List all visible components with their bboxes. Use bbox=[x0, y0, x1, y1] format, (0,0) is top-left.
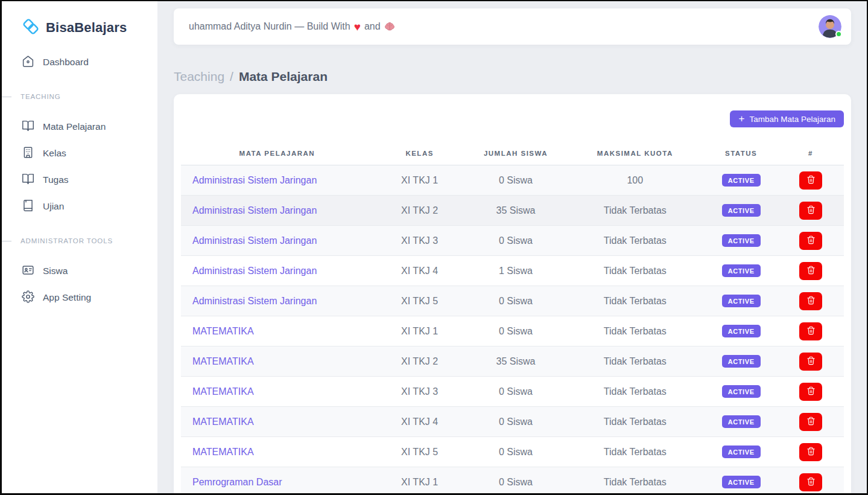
page-title: Mata Pelajaran bbox=[239, 69, 328, 84]
section-label: TEACHING bbox=[21, 93, 61, 100]
trash-icon bbox=[806, 356, 816, 367]
delete-button[interactable] bbox=[799, 171, 822, 190]
jumlah-siswa-cell: 0 Siswa bbox=[466, 377, 566, 407]
status-badge: ACTIVE bbox=[722, 415, 761, 428]
delete-button[interactable] bbox=[799, 232, 822, 250]
breadcrumb-section: Teaching bbox=[174, 69, 224, 84]
sidebar-item-siswa[interactable]: Siswa bbox=[2, 258, 157, 284]
subject-link[interactable]: MATEMATIKA bbox=[192, 326, 254, 336]
table-row: Administrasi Sistem JaringanXI TKJ 10 Si… bbox=[181, 165, 844, 196]
sidebar-item-tugas[interactable]: Tugas bbox=[2, 167, 157, 193]
marquee-text: and bbox=[364, 21, 381, 32]
add-mata-pelajaran-button[interactable]: + Tambah Mata Pelajaran bbox=[730, 110, 844, 127]
app-title: BisaBelajars bbox=[46, 20, 127, 36]
heart-icon: ♥ bbox=[354, 21, 361, 33]
table-row: MATEMATIKAXI TKJ 235 SiswaTidak Terbatas… bbox=[181, 346, 844, 377]
action-cell bbox=[778, 377, 844, 407]
delete-button[interactable] bbox=[799, 443, 822, 461]
status-badge: ACTIVE bbox=[722, 295, 761, 307]
user-avatar[interactable] bbox=[819, 15, 841, 38]
maksimal-kuota-cell: Tidak Terbatas bbox=[565, 346, 705, 377]
trash-icon bbox=[806, 235, 816, 246]
maksimal-kuota-cell: 100 bbox=[565, 165, 705, 196]
id-card-icon bbox=[22, 264, 34, 279]
kelas-cell: XI TKJ 3 bbox=[373, 377, 466, 407]
trash-icon bbox=[806, 326, 816, 337]
notebook-icon bbox=[22, 199, 34, 214]
sidebar-item-app-setting[interactable]: App Setting bbox=[2, 284, 157, 311]
action-cell bbox=[778, 407, 844, 437]
subject-link[interactable]: MATEMATIKA bbox=[192, 447, 254, 457]
delete-button[interactable] bbox=[799, 322, 822, 340]
sidebar-item-label: App Setting bbox=[43, 292, 91, 303]
jumlah-siswa-cell: 0 Siswa bbox=[466, 437, 566, 467]
mata-pelajaran-cell: Administrasi Sistem Jaringan bbox=[181, 286, 373, 316]
mata-pelajaran-cell: MATEMATIKA bbox=[181, 377, 373, 407]
status-cell: ACTIVE bbox=[705, 437, 778, 467]
mata-pelajaran-cell: Pemrograman Dasar bbox=[181, 467, 373, 494]
logo-icon bbox=[22, 18, 40, 38]
column-header-status: STATUS bbox=[705, 141, 778, 165]
trash-icon bbox=[806, 477, 816, 488]
table-header-row: MATA PELAJARAN KELAS JUMLAH SISWA MAKSIM… bbox=[181, 141, 844, 165]
action-cell bbox=[778, 467, 844, 494]
mata-pelajaran-cell: MATEMATIKA bbox=[181, 407, 373, 437]
trash-icon bbox=[806, 175, 816, 186]
kelas-cell: XI TKJ 2 bbox=[373, 196, 466, 226]
mata-pelajaran-cell: Administrasi Sistem Jaringan bbox=[181, 256, 373, 286]
subject-link[interactable]: Pemrograman Dasar bbox=[192, 477, 282, 487]
main-content: uhammad Aditya Nurdin — Build With ♥ and bbox=[157, 1, 867, 493]
table-row: MATEMATIKAXI TKJ 40 SiswaTidak TerbatasA… bbox=[181, 407, 844, 437]
section-divider bbox=[2, 97, 11, 97]
table-row: Administrasi Sistem JaringanXI TKJ 41 Si… bbox=[181, 256, 844, 286]
maksimal-kuota-cell: Tidak Terbatas bbox=[565, 226, 705, 256]
jumlah-siswa-cell: 0 Siswa bbox=[466, 286, 566, 316]
maksimal-kuota-cell: Tidak Terbatas bbox=[565, 437, 705, 467]
subject-link[interactable]: MATEMATIKA bbox=[192, 356, 254, 366]
status-cell: ACTIVE bbox=[705, 377, 778, 407]
delete-button[interactable] bbox=[799, 202, 822, 220]
building-icon bbox=[22, 146, 34, 161]
delete-button[interactable] bbox=[799, 353, 822, 371]
sidebar-item-label: Mata Pelajaran bbox=[43, 121, 106, 132]
app-window: BisaBelajars Dashboard TEACHING Mata Pel… bbox=[0, 0, 868, 495]
status-badge: ACTIVE bbox=[722, 385, 761, 398]
sidebar: BisaBelajars Dashboard TEACHING Mata Pel… bbox=[2, 1, 157, 493]
sidebar-item-mata-pelajaran[interactable]: Mata Pelajaran bbox=[2, 113, 157, 140]
status-badge: ACTIVE bbox=[722, 325, 761, 337]
app-logo[interactable]: BisaBelajars bbox=[2, 18, 157, 38]
breadcrumb-separator: / bbox=[230, 69, 233, 84]
status-cell: ACTIVE bbox=[705, 316, 778, 346]
delete-button[interactable] bbox=[799, 473, 822, 491]
book-open-icon bbox=[22, 173, 34, 188]
delete-button[interactable] bbox=[799, 292, 822, 310]
subject-link[interactable]: Administrasi Sistem Jaringan bbox=[192, 175, 317, 185]
sidebar-item-ujian[interactable]: Ujian bbox=[2, 193, 157, 220]
delete-button[interactable] bbox=[799, 383, 822, 401]
column-header-mata-pelajaran: MATA PELAJARAN bbox=[181, 141, 373, 165]
status-cell: ACTIVE bbox=[705, 286, 778, 316]
table-row: MATEMATIKAXI TKJ 10 SiswaTidak TerbatasA… bbox=[181, 316, 844, 346]
table-card: + Tambah Mata Pelajaran MATA PELAJARAN K… bbox=[174, 94, 851, 493]
jumlah-siswa-cell: 0 Siswa bbox=[466, 165, 566, 196]
subject-link[interactable]: Administrasi Sistem Jaringan bbox=[192, 296, 317, 306]
jumlah-siswa-cell: 35 Siswa bbox=[466, 196, 566, 226]
subject-link[interactable]: Administrasi Sistem Jaringan bbox=[192, 205, 317, 216]
subject-link[interactable]: MATEMATIKA bbox=[192, 386, 254, 397]
kelas-cell: XI TKJ 3 bbox=[373, 226, 466, 256]
action-cell bbox=[778, 196, 844, 226]
subject-link[interactable]: Administrasi Sistem Jaringan bbox=[192, 266, 317, 276]
mata-pelajaran-cell: MATEMATIKA bbox=[181, 346, 373, 377]
status-cell: ACTIVE bbox=[705, 346, 778, 377]
sidebar-item-dashboard[interactable]: Dashboard bbox=[2, 49, 157, 75]
maksimal-kuota-cell: Tidak Terbatas bbox=[565, 316, 705, 346]
delete-button[interactable] bbox=[799, 262, 822, 280]
delete-button[interactable] bbox=[799, 413, 822, 431]
column-header-jumlah-siswa: JUMLAH SISWA bbox=[466, 141, 566, 165]
subject-link[interactable]: Administrasi Sistem Jaringan bbox=[192, 235, 317, 246]
table-row: MATEMATIKAXI TKJ 50 SiswaTidak TerbatasA… bbox=[181, 437, 844, 467]
online-status-dot bbox=[835, 31, 842, 37]
sidebar-item-kelas[interactable]: Kelas bbox=[2, 140, 157, 167]
maksimal-kuota-cell: Tidak Terbatas bbox=[565, 286, 705, 316]
subject-link[interactable]: MATEMATIKA bbox=[192, 417, 254, 427]
